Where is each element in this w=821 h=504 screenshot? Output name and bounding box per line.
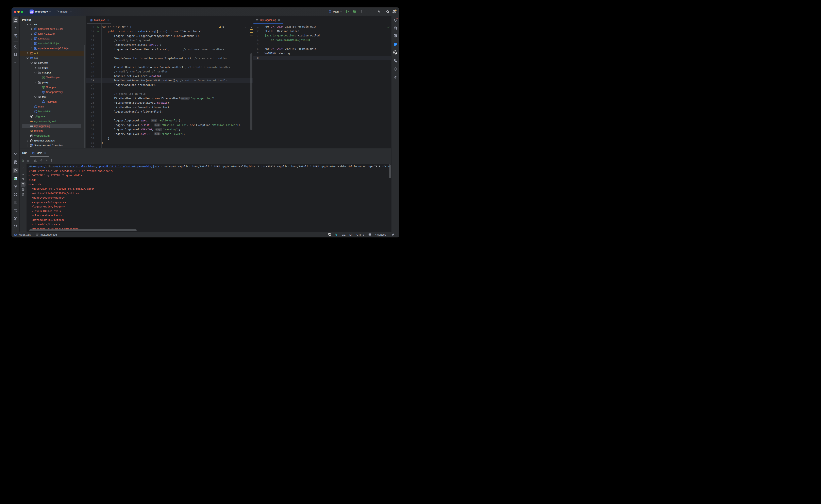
tree-chevron-right-icon[interactable]	[26, 52, 29, 55]
openai-status-icon[interactable]	[328, 233, 331, 236]
console-vertical-scrollbar[interactable]	[389, 164, 391, 178]
tree-item-proxy[interactable]: proxy	[20, 80, 86, 85]
tree-item-external-libraries[interactable]: External Libraries	[20, 138, 86, 143]
tree-chevron-down-icon[interactable]	[34, 95, 37, 99]
tree-item-testmain[interactable]: TestMain	[20, 99, 86, 104]
tool-stripe-database-button[interactable]	[392, 26, 398, 31]
tree-item-.gitignore[interactable]: .gitignore	[20, 114, 86, 119]
tab-mylogger-log[interactable]: myLogger.log ×	[256, 16, 280, 24]
tree-item-com.test[interactable]: com.test	[20, 61, 86, 65]
tree-item-shopper[interactable]: Shopper	[20, 85, 86, 90]
tree-item-mylogger.log[interactable]: myLogger.log	[20, 124, 86, 129]
run-toolbar-more-options-button[interactable]	[49, 158, 54, 163]
tool-stripe-problems-button[interactable]	[13, 216, 18, 221]
console-print-button[interactable]	[21, 187, 26, 192]
tree-chevron-right-icon[interactable]	[26, 139, 29, 142]
tree-chevron-right-icon[interactable]	[30, 42, 33, 45]
tree-item-entity[interactable]: entity	[20, 65, 86, 70]
console-soft-wrap-button[interactable]	[21, 177, 26, 182]
search-everywhere-button[interactable]	[386, 10, 390, 14]
prev-warning-button[interactable]	[245, 26, 248, 29]
tool-stripe-code-with-me-button[interactable]	[392, 58, 398, 64]
status-breadcrumb-project[interactable]: WebStudy	[18, 233, 31, 236]
tool-stripe-commit-button[interactable]	[13, 25, 18, 31]
project-tool-window-header[interactable]: Project	[20, 16, 86, 24]
tree-item-main[interactable]: Main	[20, 104, 86, 109]
tree-chevron-down-icon[interactable]	[34, 81, 37, 84]
tool-stripe-todo-button[interactable]	[13, 143, 18, 149]
tree-item-webstudy.iml[interactable]: WebStudy.iml	[20, 133, 86, 138]
tree-item-mysql-connector-j-8.2.0.jar[interactable]: mysql-connector-j-8.2.0.jar	[20, 46, 86, 51]
tree-chevron-right-icon[interactable]	[30, 27, 33, 31]
next-warning-button[interactable]	[250, 26, 253, 29]
editor-left-options-button[interactable]	[247, 18, 251, 22]
tool-stripe-more-tool-windows-button[interactable]	[13, 59, 18, 65]
tree-chevron-right-icon[interactable]	[34, 66, 37, 69]
tree-item-mybatis-config.xml[interactable]: mybatis-config.xml	[20, 119, 86, 124]
robot-status-icon[interactable]	[368, 233, 371, 236]
run-tool-window-title[interactable]: Run	[22, 149, 27, 157]
tool-stripe-mybatisx-button[interactable]	[13, 175, 18, 181]
tree-chevron-down-icon[interactable]	[30, 61, 33, 65]
tree-chevron-right-icon[interactable]	[30, 32, 33, 35]
file-encoding[interactable]: UTF-8	[356, 233, 364, 236]
tree-item-test[interactable]: test	[20, 95, 86, 99]
tree-item-mapper[interactable]: mapper	[20, 70, 86, 75]
tab-main-java[interactable]: Main.java ×	[89, 16, 109, 24]
run-line-icon[interactable]	[97, 26, 99, 28]
v-plugin-status-icon[interactable]	[335, 233, 338, 236]
tree-chevron-down-icon[interactable]	[26, 56, 29, 60]
tree-item-mybatisutil[interactable]: MybatisUtil	[20, 109, 86, 114]
project-tree-scrollbar[interactable]	[84, 45, 85, 148]
editor-left-scrollbar[interactable]	[250, 53, 252, 130]
tool-stripe-chat-button[interactable]	[392, 41, 398, 47]
project-badge[interactable]: WS	[30, 10, 34, 14]
tool-stripe-run-button[interactable]	[13, 168, 18, 173]
tool-stripe-project-button[interactable]	[13, 17, 18, 23]
warning-stripe-mark[interactable]	[250, 35, 253, 35]
tool-stripe-structure-button[interactable]	[13, 44, 18, 50]
tree-chevron-right-icon[interactable]	[30, 37, 33, 40]
run-toolbar-stop-button[interactable]	[26, 158, 31, 163]
run-button[interactable]	[346, 10, 349, 13]
run-line-icon[interactable]	[97, 30, 99, 33]
console-next-message-button[interactable]	[21, 171, 26, 176]
tool-stripe-bookmarks-button[interactable]	[13, 52, 18, 57]
tree-item-text.xml[interactable]: text.xml	[20, 129, 86, 133]
status-breadcrumb-file[interactable]: myLogger.log	[40, 233, 57, 236]
warning-stripe-mark[interactable]	[250, 29, 253, 30]
inspections-widget[interactable]: 3	[219, 26, 224, 29]
tree-item-hamcrest-core-1.1.jar[interactable]: hamcrest-core-1.1.jar	[20, 27, 86, 31]
tool-stripe-ai-assistant-button[interactable]	[392, 74, 398, 80]
line-ending[interactable]: LF	[349, 233, 353, 236]
lock-open-icon[interactable]	[392, 233, 395, 236]
tree-chevron-right-icon[interactable]	[30, 47, 33, 50]
titlebar-more-button[interactable]	[360, 10, 363, 13]
tool-stripe-profiler-target-button[interactable]	[392, 66, 398, 72]
console-horizontal-scrollbar[interactable]	[27, 229, 391, 231]
run-config-widget[interactable]: Main	[329, 8, 342, 16]
code-editor-mylogger-log[interactable]: 1Apr 27, 2024 2:25:59 PM Main main2SEVER…	[253, 24, 391, 148]
tree-item-testmapper[interactable]: TestMapper	[20, 75, 86, 80]
tool-stripe-build-button[interactable]	[13, 184, 18, 189]
tree-chevron-down-icon[interactable]	[34, 71, 37, 74]
tool-stripe-ai-robot-button[interactable]	[392, 33, 398, 39]
editor-right-options-button[interactable]	[385, 18, 389, 22]
project-widget[interactable]: WebStudy	[35, 8, 51, 16]
tree-item-src[interactable]: src	[20, 56, 86, 61]
close-window-button[interactable]	[14, 11, 16, 13]
tool-stripe-database-changes-button[interactable]	[13, 159, 18, 165]
tree-item-out[interactable]: out	[20, 51, 86, 56]
tree-item-scratches-and-consoles[interactable]: Scratches and Consoles	[20, 143, 86, 148]
console-hscrollbar-thumb[interactable]	[29, 229, 137, 231]
console-scroll-to-end-button[interactable]	[21, 182, 26, 187]
zoom-window-button[interactable]	[21, 11, 23, 13]
tool-stripe-pull-requests-button[interactable]: ?	[13, 33, 18, 38]
code-editor-main-java[interactable]: 9public class Main {10 public static voi…	[86, 24, 253, 148]
run-toolbar-attach-debugger-button[interactable]	[38, 158, 44, 163]
debug-button[interactable]	[353, 10, 356, 13]
tree-item-shopperproxy[interactable]: ShopperProxy	[20, 90, 86, 95]
warning-stripe-mark[interactable]	[250, 32, 253, 33]
tool-stripe-dependencies-button[interactable]	[13, 200, 18, 205]
run-tab-close-icon[interactable]: ×	[44, 151, 46, 155]
